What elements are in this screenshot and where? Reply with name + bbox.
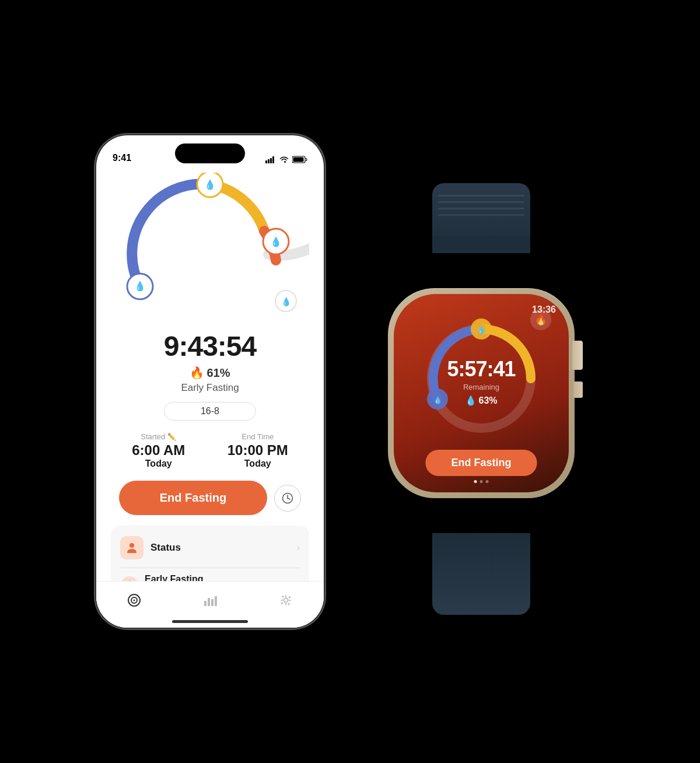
svg-text:💧: 💧	[134, 281, 146, 292]
svg-rect-25	[211, 599, 214, 606]
svg-point-22	[134, 599, 135, 601]
watch-timer: 5:57:41	[447, 357, 515, 382]
chevron-right-icon: ›	[297, 542, 300, 553]
iphone-device: 9:41	[96, 135, 324, 628]
watch-band-top	[432, 183, 530, 253]
svg-rect-2	[270, 158, 272, 163]
started-block: Started ✏️ 6:00 AM Today	[132, 432, 185, 469]
home-indicator	[172, 620, 248, 623]
apple-watch: 13:36 🔥 💧	[359, 230, 604, 556]
ring-area: 💧 💧 💧 💧	[111, 173, 309, 336]
nav-stats[interactable]	[202, 593, 218, 608]
svg-rect-24	[208, 598, 210, 606]
end-time: 10:00 PM	[228, 442, 288, 459]
end-day: Today	[228, 459, 288, 469]
status-divider	[120, 568, 300, 568]
watch-remaining-label: Remaining	[447, 383, 515, 391]
edit-icon[interactable]: ✏️	[167, 433, 176, 441]
svg-text:💧: 💧	[477, 326, 486, 334]
scene: 9:41	[0, 0, 700, 763]
clock-icon	[282, 492, 293, 504]
bottom-nav	[96, 581, 324, 628]
fasting-type-badge: 16-8	[164, 402, 256, 421]
battery-icon	[292, 156, 307, 163]
fasting-stage: Early Fasting	[164, 382, 256, 394]
watch-percent: 💧 63%	[447, 395, 515, 406]
clock-button[interactable]	[274, 485, 301, 512]
home-icon	[127, 593, 142, 608]
svg-rect-5	[293, 158, 304, 162]
svg-rect-0	[265, 160, 267, 163]
status-left: Status	[120, 536, 181, 559]
watch-band-bottom	[432, 533, 530, 615]
watch-end-fasting-button[interactable]: End Fasting	[426, 450, 537, 476]
watch-drop-icon: 💧	[465, 395, 477, 406]
watch-dot-3	[486, 480, 489, 483]
svg-text:💧: 💧	[270, 236, 282, 247]
watch-case: 13:36 🔥 💧	[388, 288, 575, 498]
svg-point-27	[284, 598, 288, 602]
started-label: Started ✏️	[132, 432, 185, 441]
iphone-content: 💧 💧 💧 💧 9:43:54 🔥 61%	[96, 167, 324, 628]
svg-rect-1	[268, 159, 270, 163]
watch-side-button[interactable]	[573, 382, 583, 398]
watch-screen: 13:36 🔥 💧	[394, 294, 569, 492]
watch-dot-1	[474, 480, 477, 483]
drop-icon: 🔥	[190, 366, 204, 380]
fasting-percent: 🔥 61%	[164, 366, 256, 380]
band-stripe-4	[438, 214, 524, 216]
svg-point-17	[130, 543, 134, 548]
status-icons	[265, 156, 307, 163]
time-row: Started ✏️ 6:00 AM Today End Time 10:00 …	[111, 432, 309, 469]
started-time: 6:00 AM	[132, 442, 185, 459]
started-day: Today	[132, 459, 185, 469]
gear-icon	[278, 593, 293, 608]
status-time: 9:41	[113, 153, 131, 163]
nav-home[interactable]	[127, 593, 142, 608]
fasting-ring-svg: 💧 💧 💧 💧	[111, 173, 309, 336]
watch-page-dots	[474, 480, 489, 483]
svg-rect-23	[204, 601, 206, 606]
stats-icon	[202, 593, 218, 608]
band-stripe-3	[438, 208, 524, 209]
svg-text:💧: 💧	[281, 297, 292, 307]
person-icon	[125, 541, 138, 554]
svg-text:💧: 💧	[204, 179, 216, 190]
band-stripes-top	[438, 195, 524, 216]
status-row[interactable]: Status ›	[120, 534, 300, 562]
watch-crown[interactable]	[572, 341, 583, 370]
status-label: Status	[150, 542, 181, 554]
svg-rect-26	[215, 596, 217, 606]
band-stripe-1	[438, 195, 524, 197]
nav-settings[interactable]	[278, 593, 293, 608]
status-icon-box	[120, 536, 144, 559]
band-stripe-2	[438, 201, 524, 203]
dynamic-island	[175, 144, 245, 163]
watch-center-info: 5:57:41 Remaining 💧 63%	[447, 357, 515, 406]
wifi-icon	[279, 156, 289, 163]
end-fasting-button[interactable]: End Fasting	[119, 481, 267, 515]
signal-icon	[265, 156, 276, 163]
flame-icon-watch: 🔥	[530, 309, 551, 330]
end-label: End Time	[228, 432, 288, 441]
svg-rect-3	[272, 156, 274, 163]
svg-text:💧: 💧	[433, 396, 442, 404]
end-fasting-row: End Fasting	[119, 481, 301, 515]
watch-dot-2	[480, 480, 483, 483]
end-block: End Time 10:00 PM Today	[228, 432, 288, 469]
timer-display: 9:43:54 🔥 61% Early Fasting 16-8	[164, 330, 256, 421]
svg-line-16	[288, 498, 290, 499]
